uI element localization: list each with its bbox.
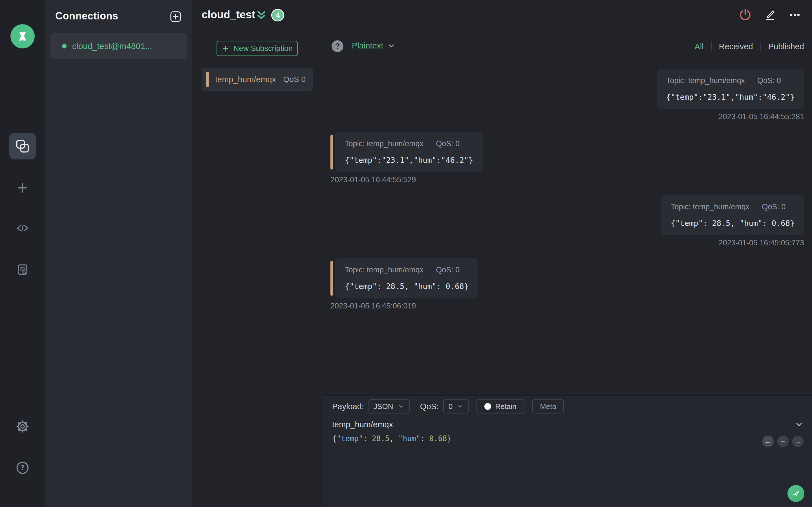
sidebar-item-log[interactable] (16, 263, 29, 276)
subscription-color-bar (206, 72, 209, 87)
more-options-button[interactable] (788, 8, 801, 21)
header-actions (739, 8, 801, 21)
connection-item[interactable]: cloud_test@m4801... (50, 33, 187, 59)
payload-token-punc: : (363, 434, 372, 443)
message-qos: QoS: 0 (762, 203, 785, 211)
connected-status-dot (62, 44, 66, 48)
message: Topic: temp_hum/emqx QoS: 0 {"temp":"23.… (331, 132, 804, 184)
new-connection-button[interactable] (170, 11, 182, 22)
payload-token-key: "hum" (398, 434, 420, 443)
log-icon (16, 263, 29, 276)
connections-icon (15, 139, 30, 153)
messages-toolbar: ? Plaintext All Received Published (323, 31, 812, 60)
retain-label: Retain (495, 402, 516, 411)
meta-button[interactable]: Meta (532, 399, 564, 413)
filter-divider (711, 42, 712, 51)
payload-format-help-icon[interactable]: ? (332, 40, 343, 52)
collapse-editor-chevron-icon[interactable] (795, 420, 804, 429)
sidebar-item-script[interactable] (16, 221, 29, 235)
sidebar-item-connections[interactable] (9, 133, 36, 159)
mqttx-logo (10, 24, 35, 48)
message-filters: All Received Published (695, 42, 804, 51)
filter-received[interactable]: Received (719, 42, 753, 51)
connections-panel: Connections cloud_test@m4801... (45, 0, 192, 507)
payload-label: Payload: (332, 402, 364, 411)
message-list: Topic: temp_hum/emqx QoS: 0 {"temp":"23.… (323, 60, 812, 395)
qos-label: QoS: (420, 402, 439, 411)
publish-toolbar: Payload: JSON QoS: 0 Retain (332, 399, 564, 413)
publish-panel: Payload: JSON QoS: 0 Retain (323, 395, 812, 507)
chevron-down-icon (398, 403, 405, 410)
power-icon (739, 8, 752, 21)
message-bubble[interactable]: Topic: temp_hum/emqx QoS: 0 {"temp": 28.… (335, 258, 478, 298)
message-topic: Topic: temp_hum/emqx (345, 266, 423, 274)
app-iconbar: ? (0, 0, 45, 507)
payload-token-punc: { (332, 434, 337, 443)
retain-toggle[interactable]: Retain (476, 399, 524, 413)
connections-title: Connections (55, 10, 118, 22)
subscription-topic: temp_hum/emqx (215, 75, 283, 84)
new-subscription-label: New Subscription (234, 44, 293, 53)
publish-topic-input[interactable]: temp_hum/emqx (332, 420, 393, 429)
sidebar-item-settings[interactable] (16, 420, 29, 433)
connection-title: cloud_test (202, 9, 255, 21)
filter-published[interactable]: Published (768, 42, 804, 51)
message-topic: Topic: temp_hum/emqx (345, 139, 423, 148)
qos-select[interactable]: 0 (443, 399, 469, 413)
connection-name: cloud_test@m4801... (72, 41, 152, 51)
message-timestamp: 2023-01-05 16:44:55:529 (331, 175, 416, 184)
subscription-qos: QoS 0 (283, 75, 306, 84)
disconnect-button[interactable] (739, 8, 752, 21)
message-payload: {"temp":"23.1","hum":"46.2"} (345, 156, 473, 165)
message-format-value: Plaintext (352, 41, 383, 50)
connection-header: cloud_test 4 (192, 0, 812, 31)
payload-format-value: JSON (373, 402, 393, 411)
plus-icon (221, 45, 230, 52)
message-timestamp: 2023-01-05 16:45:05:773 (719, 238, 804, 247)
message-qos: QoS: 0 (757, 76, 781, 85)
publish-topic-row: temp_hum/emqx (332, 417, 804, 432)
history-next-button[interactable]: → (792, 436, 804, 447)
main-area: cloud_test 4 (192, 0, 812, 507)
edit-connection-button[interactable] (763, 8, 776, 21)
payload-token-punc: : (420, 434, 429, 443)
editor-nav-buttons: ← − → (762, 436, 804, 447)
message-format-select[interactable]: Plaintext (352, 41, 396, 50)
message-bubble[interactable]: Topic: temp_hum/emqx QoS: 0 {"temp": 28.… (661, 195, 804, 235)
clear-payload-button[interactable]: − (777, 436, 789, 447)
send-button[interactable] (788, 485, 804, 502)
chevron-down-icon (457, 403, 463, 409)
subscriptions-panel: New Subscription temp_hum/emqx QoS 0 (192, 31, 322, 507)
subscription-item[interactable]: temp_hum/emqx QoS 0 (202, 68, 313, 91)
history-prev-button[interactable]: ← (762, 436, 774, 447)
payload-token-punc: } (447, 434, 451, 443)
mqttx-logo-icon (15, 29, 30, 44)
message: Topic: temp_hum/emqx QoS: 0 {"temp": 28.… (331, 258, 804, 311)
messages-panel: ? Plaintext All Received Published (323, 31, 812, 507)
help-icon: ? (16, 461, 29, 475)
retain-dot-icon (485, 403, 491, 410)
message-qos: QoS: 0 (436, 266, 460, 274)
message-topic: Topic: temp_hum/emqx (666, 76, 745, 85)
payload-token-num: 0.68 (429, 434, 447, 443)
message-timestamp: 2023-01-05 16:45:06:019 (331, 302, 416, 311)
double-chevron-down-icon (255, 10, 268, 21)
message-bubble[interactable]: Topic: temp_hum/emqx QoS: 0 {"temp":"23.… (657, 69, 804, 109)
payload-token-key: "temp" (337, 434, 363, 443)
payload-format-select[interactable]: JSON (368, 399, 410, 413)
message-payload: {"temp": 28.5, "hum": 0.68} (345, 282, 469, 291)
new-subscription-button[interactable]: New Subscription (216, 41, 298, 56)
message: Topic: temp_hum/emqx QoS: 0 {"temp": 28.… (331, 195, 804, 247)
message-payload: {"temp":"23.1","hum":"46.2"} (666, 93, 795, 101)
plus-box-icon (170, 11, 182, 22)
publish-payload-editor[interactable]: {"temp": 28.5, "hum": 0.68} (332, 434, 739, 443)
code-icon (16, 221, 29, 235)
svg-text:?: ? (20, 464, 24, 472)
payload-token-punc: , (390, 434, 398, 443)
message-bubble[interactable]: Topic: temp_hum/emqx QoS: 0 {"temp":"23.… (335, 132, 483, 172)
filter-all[interactable]: All (695, 42, 703, 51)
sidebar-item-help[interactable]: ? (16, 461, 29, 474)
message-payload: {"temp": 28.5, "hum": 0.68} (671, 219, 795, 228)
sidebar-item-new-connection[interactable] (16, 181, 29, 194)
collapse-panel-button[interactable] (255, 10, 268, 22)
